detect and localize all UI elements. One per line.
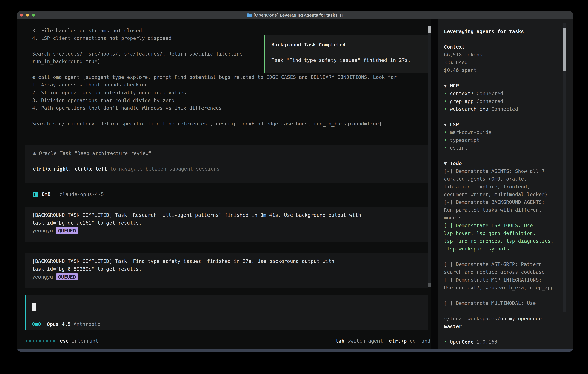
sidebar-line[interactable]: ▼ LSP — [444, 121, 562, 129]
text-segment: MCP — [450, 83, 459, 89]
sidebar-line — [444, 113, 562, 121]
text-segment — [383, 338, 389, 344]
text-segment: Code — [462, 339, 473, 345]
text-segment: Todo — [450, 161, 462, 166]
sidebar-line: 66,518 tokens — [444, 51, 562, 59]
text-segment: lsp_hover, lsp_goto_definition, — [444, 230, 536, 236]
oracle-task-lines: ◉ Oracle Task "Deep architecture review"… — [33, 150, 428, 173]
sidebar-line — [444, 152, 562, 160]
zoom-button[interactable] — [32, 14, 35, 17]
text-segment: lsp_workspace_symbols — [444, 246, 509, 252]
text-segment: 3. Division operations that could divide… — [32, 97, 175, 103]
text-segment: yeongyu — [32, 228, 56, 233]
text-segment: Connected — [488, 106, 518, 112]
text-segment: search and replace across codebase — [444, 269, 545, 275]
text-segment: [ ] Demonstrate MULTIMODAL: Use — [444, 300, 536, 306]
text-segment: Leveraging agents for tasks — [444, 29, 524, 34]
text-segment: websearch_exa — [450, 106, 488, 112]
text-segment: Run parallel tasks with different — [444, 207, 542, 213]
oracle-line — [33, 157, 428, 165]
text-segment: • — [444, 339, 450, 345]
interrupt-hint: esc interrupt — [60, 337, 98, 345]
session-half-icon: ◐ — [339, 13, 343, 18]
sidebar-line: $0.46 spent — [444, 66, 562, 74]
spinner-dot — [43, 340, 44, 342]
sidebar-line: lsp_find_references, lsp_diagnostics, — [444, 237, 562, 245]
sidebar-line: lsp_workspace_symbols — [444, 245, 562, 253]
text-segment: 4. LSP client connections not properly d… — [32, 35, 172, 41]
text-segment: [BACKGROUND TASK COMPLETED] Task "Find t… — [32, 258, 334, 264]
text-segment: eslint — [450, 145, 468, 151]
text-segment: esc — [60, 338, 69, 344]
oracle-line: ctrl+x right, ctrl+x left to navigate be… — [33, 165, 428, 173]
terminal-line — [32, 112, 397, 120]
sidebar-line: [ ] Demonstrate MULTIMODAL: Use — [444, 299, 562, 307]
prompt-input[interactable]: OmO Opus 4.5 Anthropic — [25, 295, 428, 330]
sidebar-line: • typescript — [444, 136, 562, 144]
text-segment: LSP — [450, 122, 459, 127]
spinner-dot — [32, 340, 34, 342]
sidebar-line: • websearch_exa Connected — [444, 105, 562, 113]
text-segment: run_in_background=true] — [32, 59, 100, 64]
spinner-dot — [46, 340, 48, 342]
text-segment: librarian, explore, frontend, — [444, 184, 530, 190]
text-segment: OmO — [32, 321, 41, 327]
spinner-dot — [39, 340, 41, 342]
terminal-pane: 3. File handles or streams not closed4. … — [17, 19, 431, 352]
terminal-line: 4. Path operations that don't handle Win… — [32, 104, 397, 112]
sidebar-line — [444, 35, 562, 43]
text-segment: document-writer, multimodal-looker) — [444, 191, 548, 197]
spinner-dot — [26, 340, 27, 342]
text-segment: 1. Array access without bounds checking — [32, 82, 148, 88]
task-block-line: yeongyu QUEUED — [32, 227, 428, 235]
window-bottom-edge — [17, 349, 573, 352]
sidebar-line — [444, 253, 562, 261]
sidebar-content: Leveraging agents for tasks Context66,51… — [444, 28, 562, 346]
window-title: [OpenCode] Leveraging agents for tasks ◐ — [247, 13, 343, 18]
text-segment: [✓] Demonstrate BACKGROUND AGENTS: — [444, 199, 545, 205]
main-scrollbar-end-marker — [428, 283, 431, 287]
status-right-line: tab switch agent ctrl+p commands — [336, 337, 433, 345]
close-button[interactable] — [20, 14, 23, 17]
spinner-dot — [50, 340, 51, 342]
text-segment: task_id="bg_6f59260c" to get results. — [32, 266, 142, 272]
text-segment: • — [444, 145, 450, 151]
sidebar-line: librarian, explore, frontend, — [444, 183, 562, 191]
text-segment: Connected — [473, 91, 503, 96]
terminal-line: Search src/ directory. Return specific f… — [32, 120, 397, 128]
sidebar-line: [✓] Demonstrate AGENTS: Show all 7 — [444, 167, 562, 175]
text-segment: 4. Path operations that don't handle Win… — [32, 105, 222, 111]
titlebar: [OpenCode] Leveraging agents for tasks ◐ — [17, 11, 573, 19]
main-scrollbar-thumb[interactable] — [428, 26, 431, 33]
text-segment: • — [444, 98, 450, 104]
sidebar-line[interactable]: ▼ Todo — [444, 160, 562, 167]
text-segment: Open — [450, 339, 462, 345]
folder-icon — [247, 13, 252, 17]
sidebar-line: • eslint — [444, 144, 562, 152]
spinner-dot — [53, 340, 54, 342]
text-segment: [ ] Demonstrate MCP INTEGRATIONS: — [444, 277, 542, 283]
spinner-dot — [36, 340, 37, 342]
terminal-line: 1. Array access without bounds checking — [32, 81, 397, 89]
minimize-button[interactable] — [26, 14, 29, 17]
text-segment: OmO — [42, 191, 51, 197]
sidebar-line: search and replace across codebase — [444, 268, 562, 276]
text-segment: interrupt — [69, 338, 98, 344]
text-segment: Connected — [473, 98, 503, 104]
text-segment: master — [444, 323, 462, 329]
background-task-message: [BACKGROUND TASK COMPLETED] Task "Resear… — [25, 207, 428, 241]
text-segment: Search src/tools/, src/hooks/, src/featu… — [32, 51, 243, 57]
text-segment: [ ] Demonstrate AST-GREP: Pattern — [444, 261, 542, 267]
working-spinner-dots — [26, 340, 54, 342]
text-segment: Anthropic — [74, 321, 100, 327]
sidebar-line[interactable]: ▼ MCP — [444, 82, 562, 90]
sidebar-line: ~/local-workspaces/oh-my-opencode: — [444, 315, 562, 323]
sidebar-scrollbar-thumb[interactable] — [563, 28, 566, 71]
pane-divider — [431, 19, 438, 352]
background-task-notification: Background Task Completed Task "Find typ… — [264, 35, 429, 73]
main-scrollbar-track[interactable] — [428, 26, 431, 287]
sidebar-line: master — [444, 323, 562, 331]
sidebar-scrollbar-track[interactable] — [563, 23, 566, 312]
text-segment: task_id="bg_dcfac161" to get results. — [32, 220, 142, 226]
sidebar-line: models — [444, 214, 562, 222]
